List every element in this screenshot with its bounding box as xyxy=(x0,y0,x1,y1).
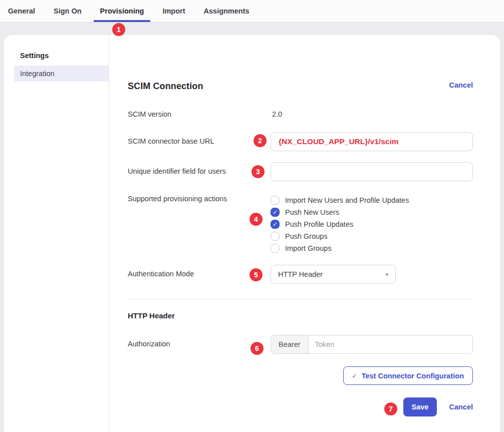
scim-version-value: 2.0 xyxy=(272,110,473,118)
checkbox-label: Push Profile Updates xyxy=(285,220,353,228)
checkbox-row-push-groups[interactable]: ✓ Push Groups xyxy=(271,230,473,242)
step-badge-2: 2 xyxy=(254,134,267,147)
checkbox-label: Push New Users xyxy=(285,208,339,216)
step-badge-7: 7 xyxy=(384,402,397,415)
check-icon: ✓ xyxy=(352,372,357,379)
authorization-row: Authorization Bearer xyxy=(128,335,473,354)
checkbox-icon: ✓ xyxy=(271,220,280,229)
provisioning-actions-row: Supported provisioning actions ✓ Import … xyxy=(128,194,473,254)
tab-sign-on[interactable]: Sign On xyxy=(47,0,88,22)
sidebar-header: Settings xyxy=(4,49,109,66)
checkbox-row-import-new-users-profile-updates[interactable]: ✓ Import New Users and Profile Updates xyxy=(271,194,473,206)
page-title: SCIM Connection xyxy=(128,81,203,92)
step-badge-3: 3 xyxy=(251,165,265,178)
auth-mode-row: Authentication Mode HTTP Header ▾ xyxy=(128,265,473,284)
scim-version-label: SCIM version xyxy=(128,110,271,118)
save-button[interactable]: Save xyxy=(403,397,437,416)
chevron-down-icon: ▾ xyxy=(385,271,388,278)
checkbox-icon: ✓ xyxy=(271,232,280,241)
base-url-label: SCIM connector base URL xyxy=(128,132,271,145)
unique-identifier-label: Unique identifier field for users xyxy=(128,162,271,175)
base-url-input[interactable] xyxy=(271,132,473,151)
section-divider xyxy=(128,299,473,299)
scim-connection-panel: SCIM Connection Cancel SCIM version 2.0 … xyxy=(109,35,500,432)
test-connector-configuration-label: Test Connector Configuration xyxy=(362,372,464,380)
provisioning-actions-label: Supported provisioning actions xyxy=(128,194,271,203)
base-url-row: SCIM connector base URL xyxy=(128,132,473,151)
checkbox-icon: ✓ xyxy=(271,244,280,253)
unique-identifier-input[interactable] xyxy=(271,162,473,181)
checkbox-icon: ✓ xyxy=(271,208,280,217)
checkbox-label: Push Groups xyxy=(285,232,328,240)
auth-mode-select[interactable]: HTTP Header ▾ xyxy=(271,265,396,284)
checkbox-label: Import New Users and Profile Updates xyxy=(285,196,409,204)
tab-provisioning[interactable]: Provisioning xyxy=(94,0,151,22)
settings-sidebar: Settings Integration xyxy=(4,35,109,432)
checkbox-label: Import Groups xyxy=(285,244,332,252)
provisioning-card: Settings Integration SCIM Connection Can… xyxy=(4,35,500,432)
checkbox-row-push-profile-updates[interactable]: ✓ Push Profile Updates xyxy=(271,218,473,230)
authorization-label: Authorization xyxy=(128,335,271,348)
checkbox-row-push-new-users[interactable]: ✓ Push New Users xyxy=(271,206,473,218)
checkbox-icon: ✓ xyxy=(271,196,280,205)
token-input[interactable] xyxy=(309,335,472,353)
tab-general[interactable]: General xyxy=(2,0,42,22)
scim-version-row: SCIM version 2.0 xyxy=(128,110,473,118)
step-badge-1: 1 xyxy=(112,23,125,36)
bearer-prefix: Bearer xyxy=(271,335,309,353)
tab-assignments[interactable]: Assignments xyxy=(197,0,256,22)
step-badge-4: 4 xyxy=(249,213,263,226)
tab-import[interactable]: Import xyxy=(156,0,191,22)
checkbox-row-import-groups[interactable]: ✓ Import Groups xyxy=(271,242,473,254)
cancel-bottom-link[interactable]: Cancel xyxy=(449,403,473,411)
http-header-section-title: HTTP Header xyxy=(128,311,473,320)
background-band xyxy=(0,23,504,35)
step-badge-6: 6 xyxy=(250,342,264,355)
app-tab-bar: General Sign On Provisioning Import Assi… xyxy=(0,0,504,23)
auth-mode-selected-value: HTTP Header xyxy=(278,270,323,278)
authorization-input-group: Bearer xyxy=(271,335,473,354)
test-connector-configuration-button[interactable]: ✓ Test Connector Configuration xyxy=(343,366,473,385)
sidebar-item-integration[interactable]: Integration xyxy=(14,66,109,82)
unique-identifier-row: Unique identifier field for users xyxy=(128,162,473,181)
step-badge-5: 5 xyxy=(249,268,263,281)
cancel-top-link[interactable]: Cancel xyxy=(449,81,473,89)
